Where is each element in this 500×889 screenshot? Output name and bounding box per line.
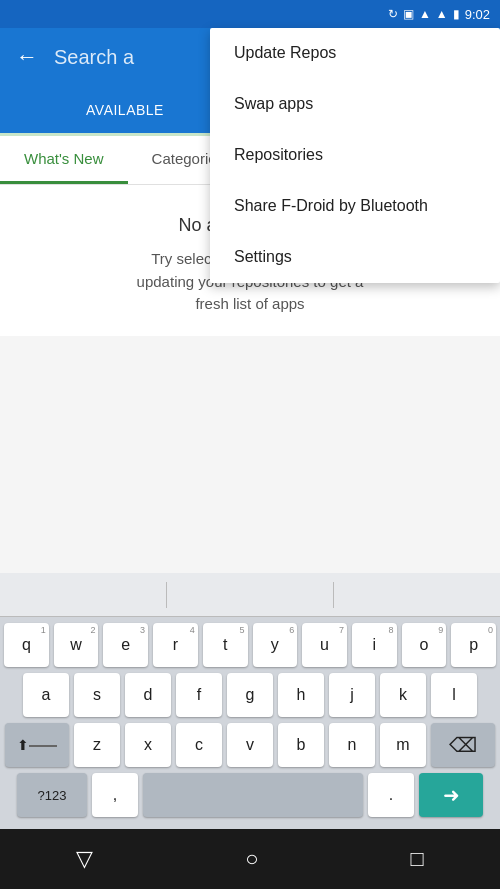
dropdown-menu: Update Repos Swap apps Repositories Shar… xyxy=(210,28,500,283)
menu-settings[interactable]: Settings xyxy=(210,232,500,283)
menu-share-fdroid[interactable]: Share F-Droid by Bluetooth xyxy=(210,181,500,232)
menu-repositories[interactable]: Repositories xyxy=(210,130,500,181)
menu-update-repos[interactable]: Update Repos xyxy=(210,28,500,79)
menu-swap-apps[interactable]: Swap apps xyxy=(210,79,500,130)
